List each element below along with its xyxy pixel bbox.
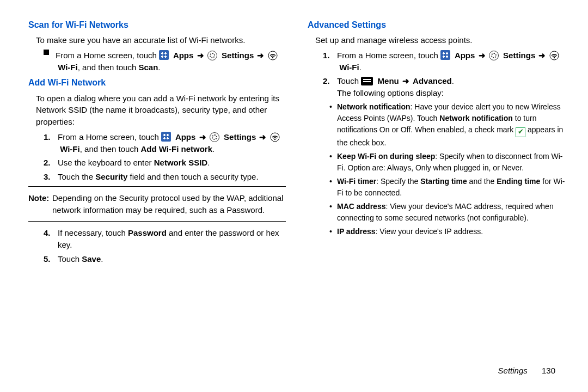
- adv-step-2: 2. Touch Menu ➜ Advanced. The following …: [308, 75, 565, 99]
- security-label: Security: [95, 172, 127, 181]
- text: Touch: [58, 254, 82, 264]
- text: From a Home screen, touch: [58, 132, 161, 142]
- bullet-icon: •: [329, 176, 337, 199]
- step-number: 5.: [44, 253, 58, 265]
- label: Network notification: [337, 102, 411, 111]
- wifi-label: Wi-Fi: [56, 63, 78, 72]
- wifi-label: Wi-Fi: [60, 144, 80, 154]
- text: , and then touch: [78, 63, 139, 72]
- arrow-icon: ➜: [258, 131, 267, 143]
- step-1: 1. From a Home screen, touch Apps ➜ Sett…: [28, 131, 286, 155]
- right-column: Advanced Settings Set up and manage wire…: [308, 19, 565, 267]
- text: From a Home screen, touch: [337, 51, 440, 60]
- note-text: Depending on the Security protocol used …: [52, 192, 286, 216]
- heading-scan: Scan for Wi-Fi Networks: [28, 19, 286, 31]
- bullet-wifi-timer: • Wi-Fi timer: Specify the Starting time…: [329, 176, 565, 199]
- text: Use the keyboard to enter: [58, 158, 154, 167]
- para-scan: To make sure you have an accurate list o…: [28, 34, 286, 46]
- bullet-icon: •: [329, 226, 337, 237]
- label: IP address: [337, 227, 376, 236]
- bullet-icon: •: [329, 101, 337, 149]
- step-number: 3.: [44, 171, 58, 183]
- label: Wi-Fi timer: [337, 177, 376, 186]
- note-label: Note:: [28, 192, 52, 216]
- text: Touch the: [58, 172, 95, 181]
- bullet-mac: • MAC address: View your device's MAC ad…: [329, 201, 565, 224]
- apps-icon: [161, 132, 171, 142]
- apps-label: Apps: [455, 51, 475, 60]
- settings-icon: [489, 51, 499, 60]
- label: Starting time: [420, 177, 467, 186]
- para-add: To open a dialog where you can add a Wi-…: [28, 93, 286, 128]
- bullet-ip: • IP address: View your device's IP addr…: [329, 226, 565, 237]
- label: Ending time: [497, 177, 540, 186]
- bullet-scan-step: From a Home screen, touch Apps ➜ Setting…: [28, 50, 286, 74]
- svg-point-5: [553, 57, 554, 58]
- settings-label: Settings: [219, 51, 254, 60]
- label: Network notification: [439, 114, 513, 122]
- checkmark-icon: [516, 127, 525, 137]
- settings-icon: [210, 132, 219, 142]
- text: .: [158, 63, 160, 72]
- text: .: [101, 254, 103, 264]
- text: .: [359, 63, 362, 72]
- menu-icon: [361, 77, 373, 85]
- apps-icon: [440, 50, 450, 60]
- footer-section: Settings: [498, 366, 528, 375]
- heading-add: Add Wi-Fi Network: [28, 76, 286, 89]
- step-number: 2.: [44, 157, 58, 169]
- left-column: Scan for Wi-Fi Networks To make sure you…: [28, 19, 286, 267]
- text: and the: [467, 177, 497, 186]
- text: .: [452, 76, 454, 85]
- text: .: [212, 144, 215, 154]
- step-5: 5. Touch Save.: [28, 253, 286, 265]
- text: If necessary, touch: [58, 228, 128, 237]
- step-3: 3. Touch the Security field and then tou…: [28, 171, 286, 183]
- arrow-icon: ➜: [198, 131, 207, 143]
- step-number: 1.: [44, 131, 58, 155]
- label: MAC address: [337, 202, 385, 211]
- arrow-icon: ➜: [477, 50, 487, 62]
- svg-point-3: [274, 139, 275, 140]
- wifi-icon: [270, 132, 280, 142]
- divider: [28, 221, 286, 222]
- settings-label: Settings: [503, 51, 535, 60]
- scan-label: Scan: [138, 63, 158, 72]
- text: .: [207, 158, 210, 167]
- apps-label: Apps: [171, 51, 193, 60]
- wifi-icon: [549, 51, 559, 60]
- square-bullet-icon: [44, 50, 49, 55]
- step-number: 4.: [44, 227, 58, 251]
- bullet-network-notification: • Network notification: Have your device…: [329, 101, 565, 149]
- bullet-icon: •: [329, 151, 337, 174]
- para-advanced: Set up and manage wireless access points…: [308, 34, 565, 46]
- text: Touch: [337, 76, 361, 85]
- text: : View your device's IP address.: [376, 227, 483, 236]
- settings-icon: [207, 51, 217, 60]
- bullet-keep-wifi: • Keep Wi-Fi on during sleep: Specify wh…: [329, 151, 565, 174]
- arrow-icon: ➜: [401, 75, 411, 87]
- text: The following options display:: [337, 88, 444, 97]
- heading-advanced: Advanced Settings: [308, 19, 565, 31]
- step-2: 2. Use the keyboard to enter Network SSI…: [28, 157, 286, 169]
- divider: [28, 186, 286, 187]
- password-label: Password: [128, 228, 167, 237]
- settings-label: Settings: [224, 132, 256, 142]
- step-4: 4. If necessary, touch Password and ente…: [28, 227, 286, 251]
- wifi-icon: [268, 51, 278, 60]
- text: , and then touch: [80, 144, 141, 154]
- note: Note: Depending on the Security protocol…: [28, 192, 286, 216]
- save-label: Save: [82, 254, 101, 264]
- arrow-icon: ➜: [537, 50, 547, 62]
- addnet-label: Add Wi-Fi network: [140, 144, 212, 154]
- text: : Specify the: [376, 177, 420, 186]
- arrow-icon: ➜: [256, 50, 265, 62]
- step-number: 1.: [323, 50, 337, 74]
- step-number: 2.: [323, 75, 337, 99]
- advanced-label: Advanced: [413, 76, 452, 85]
- apps-icon: [159, 50, 169, 60]
- arrow-icon: ➜: [196, 50, 205, 62]
- ssid-label: Network SSID: [154, 158, 207, 167]
- adv-step-1: 1. From a Home screen, touch Apps ➜ Sett…: [308, 50, 565, 74]
- wifi-label: Wi-Fi: [339, 63, 359, 72]
